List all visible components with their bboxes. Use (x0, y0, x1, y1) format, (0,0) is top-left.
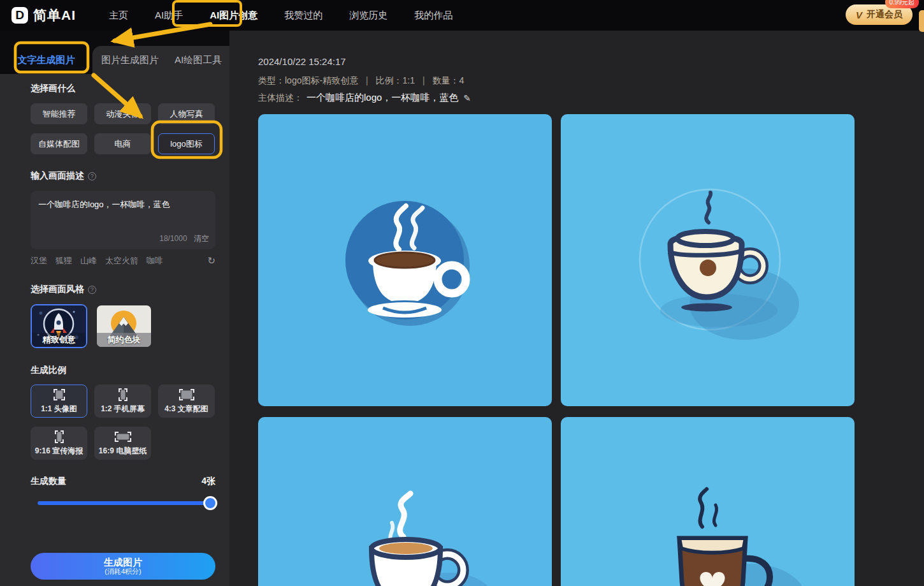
generation-timestamp: 2024/10/22 15:24:17 (258, 56, 924, 67)
subject-description-row: 主体描述： 一个咖啡店的logo，一杯咖啡，蓝色 ✎ (258, 92, 924, 104)
nav-item-ai-image-creation[interactable]: AI图片创意 (210, 10, 257, 22)
sidebar-tabs: 文字生成图片 图片生成图片 AI绘图工具 (0, 31, 229, 74)
results-area: 2024/10/22 15:24:17 类型：logo图标-精致创意 | 比例：… (229, 31, 924, 586)
clear-button[interactable]: 清空 (194, 234, 209, 243)
category-smart-recommend[interactable]: 智能推荐 (31, 103, 87, 124)
ratio-1-2-icon (113, 388, 133, 402)
help-icon[interactable]: ? (88, 172, 96, 180)
ratio-label: 16:9 电脑壁纸 (99, 446, 147, 457)
ratio-label: 9:16 宣传海报 (35, 446, 83, 457)
generate-button[interactable]: 生成图片 (消耗4积分) (31, 553, 215, 580)
tab-text-to-image[interactable]: 文字生成图片 (0, 46, 92, 74)
vip-icon: V (856, 10, 862, 20)
category-anime-avatar[interactable]: 动漫头像 (94, 103, 151, 124)
category-ecommerce[interactable]: 电商 (94, 133, 151, 154)
refresh-icon[interactable]: ↻ (207, 255, 215, 267)
category-section-title: 选择画什么 (31, 83, 215, 94)
help-icon[interactable]: ? (88, 286, 96, 294)
nav-item-ai-assistant[interactable]: AI助手 (155, 10, 183, 22)
prompt-section-title: 输入画面描述 ? (31, 170, 215, 182)
app-window: D 简单AI 主页 AI助手 AI图片创意 我赞过的 浏览历史 我的作品 V 开… (0, 0, 924, 586)
ratio-label: 1:1 头像图 (41, 404, 77, 414)
description-value: 一个咖啡店的logo，一杯咖啡，蓝色 (307, 92, 458, 104)
meta-separator: | (366, 75, 368, 85)
nav-item-my-works[interactable]: 我的作品 (414, 10, 452, 22)
top-navbar: D 简单AI 主页 AI助手 AI图片创意 我赞过的 浏览历史 我的作品 V 开… (0, 0, 924, 31)
category-media-illustration[interactable]: 自媒体配图 (31, 133, 87, 154)
tab-image-to-image[interactable]: 图片生成图片 (94, 46, 166, 74)
tab-ai-drawing-tools[interactable]: AI绘图工具 (171, 46, 226, 74)
ratio-section-title: 生成比例 (31, 365, 215, 376)
generate-cost-label: (消耗4积分) (105, 568, 141, 576)
nav-item-home[interactable]: 主页 (109, 10, 128, 22)
app-logo-icon: D (11, 7, 28, 24)
style-label: 精致创意 (32, 333, 86, 347)
ratio-16-9-icon (113, 430, 133, 444)
style-label: 简约色块 (97, 333, 151, 347)
result-image-2[interactable] (561, 114, 855, 406)
nav-item-history[interactable]: 浏览历史 (349, 10, 387, 22)
quantity-title: 生成数量 (31, 476, 66, 487)
price-badge: 0.99元起 (885, 0, 919, 8)
app-logo[interactable]: D 简单AI (11, 6, 76, 24)
edit-icon[interactable]: ✎ (463, 93, 471, 103)
result-image-4[interactable] (561, 417, 855, 586)
prompt-suggestions: 汉堡 狐狸 山峰 太空火箭 咖啡 ↻ (31, 255, 215, 267)
suggestion-rocket[interactable]: 太空火箭 (105, 255, 138, 267)
style-section-title: 选择画面风格 ? (31, 284, 215, 295)
quantity-slider[interactable] (38, 501, 210, 505)
results-grid (258, 114, 855, 586)
membership-label: 开通会员 (867, 9, 902, 20)
suggestion-mountain[interactable]: 山峰 (80, 255, 97, 267)
meta-count: 数量：4 (432, 75, 464, 85)
coffee-logo-2-graphic (561, 114, 855, 406)
ratio-label: 1:2 手机屏幕 (101, 404, 145, 414)
ratio-16-9[interactable]: 16:9 电脑壁纸 (94, 427, 151, 460)
ratio-1-1-icon (50, 388, 69, 402)
result-image-3[interactable] (258, 417, 552, 586)
generation-sidebar: 文字生成图片 图片生成图片 AI绘图工具 选择画什么 智能推荐 动漫头像 人物写… (0, 31, 229, 586)
result-image-1[interactable] (258, 114, 552, 406)
coffee-logo-1-graphic (258, 114, 552, 406)
category-options: 智能推荐 动漫头像 人物写真 自媒体配图 电商 logo图标 (31, 103, 215, 154)
sidebar-panel: 选择画什么 智能推荐 动漫头像 人物写真 自媒体配图 电商 logo图标 输入画… (0, 74, 229, 586)
ratio-4-3[interactable]: 4:3 文章配图 (158, 385, 215, 418)
ratio-label: 4:3 文章配图 (164, 404, 208, 414)
category-title-text: 选择画什么 (31, 83, 75, 94)
prompt-input[interactable]: 一个咖啡店的logo，一杯咖啡，蓝色 18/1000 清空 (31, 191, 215, 249)
nav-item-liked[interactable]: 我赞过的 (284, 10, 322, 22)
generate-label: 生成图片 (104, 557, 142, 568)
style-options: 精致创意 简约色块 (31, 304, 215, 348)
quantity-value: 4张 (201, 476, 215, 487)
description-label: 主体描述： (258, 92, 303, 104)
suggestion-burger[interactable]: 汉堡 (31, 255, 47, 267)
category-portrait[interactable]: 人物写真 (158, 103, 215, 124)
ratio-1-2[interactable]: 1:2 手机屏幕 (94, 385, 151, 418)
suggestion-coffee[interactable]: 咖啡 (147, 255, 163, 267)
coffee-logo-3-graphic (258, 417, 552, 586)
meta-type: 类型：logo图标-精致创意 (258, 75, 358, 85)
style-minimal-color-block[interactable]: 简约色块 (96, 304, 152, 348)
ratio-options: 1:1 头像图 1:2 手机屏幕 4:3 文章配图 (31, 385, 215, 460)
prompt-title-text: 输入画面描述 (31, 170, 84, 182)
coffee-logo-4-graphic (561, 417, 855, 586)
meta-separator: | (422, 75, 425, 85)
meta-ratio: 比例：1:1 (376, 75, 415, 85)
style-title-text: 选择画面风格 (31, 284, 84, 295)
ratio-1-1[interactable]: 1:1 头像图 (31, 385, 87, 418)
main-menu: 主页 AI助手 AI图片创意 我赞过的 浏览历史 我的作品 (109, 10, 452, 22)
side-floating-widget[interactable] (919, 10, 924, 32)
suggestion-fox[interactable]: 狐狸 (55, 255, 72, 267)
prompt-meta: 18/1000 清空 (159, 233, 209, 244)
style-exquisite-creative[interactable]: 精致创意 (31, 304, 87, 348)
char-counter: 18/1000 (159, 234, 187, 243)
app-logo-text: 简单AI (33, 6, 76, 24)
ratio-9-16-icon (50, 430, 69, 444)
ratio-4-3-icon (177, 388, 196, 402)
prompt-value: 一个咖啡店的logo，一杯咖啡，蓝色 (38, 199, 208, 210)
ratio-title-text: 生成比例 (31, 365, 66, 376)
generation-meta: 类型：logo图标-精致创意 | 比例：1:1 | 数量：4 (258, 75, 924, 87)
ratio-9-16[interactable]: 9:16 宣传海报 (31, 427, 87, 460)
slider-thumb[interactable] (203, 496, 217, 510)
category-logo-icon[interactable]: logo图标 (158, 133, 215, 154)
